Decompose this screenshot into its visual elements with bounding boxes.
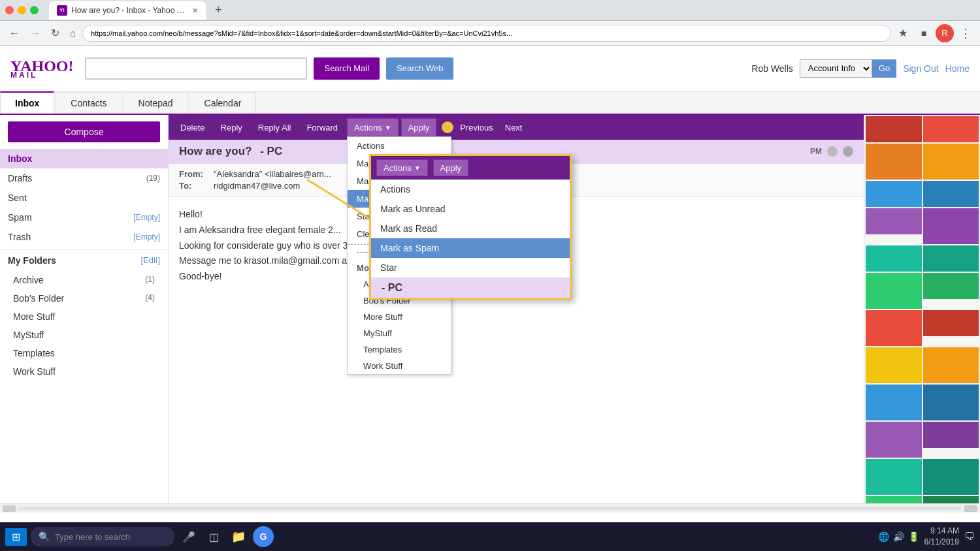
refresh-button[interactable]: ↻ bbox=[47, 24, 63, 42]
task-view-icon[interactable]: ◫ bbox=[203, 526, 224, 547]
edit-folders-link[interactable]: [Edit] bbox=[140, 255, 160, 266]
dropdown-folder-workstuff[interactable]: Work Stuff bbox=[348, 358, 451, 374]
dropdown-folder-mystuff[interactable]: MyStuff bbox=[348, 325, 451, 341]
time-display[interactable]: 9:14 AM 6/11/2019 bbox=[924, 526, 959, 548]
account-info-select[interactable]: Account Info bbox=[800, 59, 872, 78]
tab-inbox[interactable]: Inbox bbox=[0, 91, 54, 114]
callout-toolbar: Actions ▼ Apply bbox=[371, 156, 570, 180]
tab-notepad[interactable]: Notepad bbox=[123, 92, 188, 114]
callout-item-mark-read[interactable]: Mark as Read bbox=[371, 219, 570, 238]
sidebar-item-spam[interactable]: Spam [Empty] bbox=[0, 208, 168, 227]
ad-cell-7[interactable] bbox=[923, 208, 979, 244]
compose-button[interactable]: Compose bbox=[8, 121, 160, 142]
next-button[interactable]: Next bbox=[500, 120, 528, 135]
sidebar-item-trash[interactable]: Trash [Empty] bbox=[0, 227, 168, 247]
dropdown-folder-morestuff[interactable]: More Stuff bbox=[348, 309, 451, 325]
search-mail-button[interactable]: Search Mail bbox=[314, 57, 380, 80]
ad-cell-19[interactable] bbox=[923, 422, 979, 448]
back-button[interactable]: ← bbox=[5, 25, 24, 42]
ad-cell-16[interactable] bbox=[866, 385, 922, 420]
callout-item-mark-unread[interactable]: Mark as Unread bbox=[371, 199, 570, 219]
delete-button[interactable]: Delete bbox=[174, 120, 212, 135]
reply-button[interactable]: Reply bbox=[214, 120, 249, 135]
win-max-btn[interactable] bbox=[30, 6, 39, 14]
ad-cell-1[interactable] bbox=[923, 116, 979, 142]
callout-item-mark-spam[interactable]: Mark as Spam bbox=[371, 238, 570, 258]
ad-cell-23[interactable] bbox=[923, 496, 979, 503]
home-nav-button[interactable]: ⌂ bbox=[66, 25, 80, 41]
ad-cell-15[interactable] bbox=[923, 347, 979, 383]
chrome-icon[interactable]: G bbox=[253, 526, 274, 547]
battery-icon[interactable]: 🔋 bbox=[908, 531, 919, 542]
new-tab-button[interactable]: + bbox=[211, 3, 226, 17]
ad-cell-18[interactable] bbox=[866, 422, 922, 458]
sidebar-item-inbox[interactable]: Inbox bbox=[0, 149, 168, 168]
forward-button[interactable]: Forward bbox=[300, 120, 344, 135]
tab-contacts[interactable]: Contacts bbox=[56, 92, 122, 114]
ad-cell-0[interactable] bbox=[866, 116, 922, 142]
dropdown-folder-templates[interactable]: Templates bbox=[348, 341, 451, 358]
ad-cell-2[interactable] bbox=[866, 144, 922, 180]
ad-cell-21[interactable] bbox=[923, 459, 979, 495]
star-icon[interactable] bbox=[827, 146, 838, 157]
win-min-btn[interactable] bbox=[18, 6, 26, 14]
actions-dropdown-wrap: Actions ▼ Actions Mark as Unread Mark as… bbox=[347, 118, 399, 136]
ad-cell-3[interactable] bbox=[923, 144, 979, 180]
sign-out-button[interactable]: Sign Out bbox=[903, 63, 938, 74]
callout-item-star[interactable]: Star bbox=[371, 258, 570, 277]
sidebar-folder-morestuff[interactable]: More Stuff bbox=[0, 307, 168, 326]
actions-dropdown-button[interactable]: Actions ▼ bbox=[347, 118, 399, 136]
tab-calendar[interactable]: Calendar bbox=[189, 92, 257, 114]
previous-button[interactable]: Previous bbox=[455, 120, 498, 135]
ad-cell-20[interactable] bbox=[866, 459, 922, 495]
tab-close-icon[interactable]: × bbox=[193, 5, 198, 16]
ad-cell-17[interactable] bbox=[923, 385, 979, 420]
network-icon[interactable]: 🌐 bbox=[878, 531, 889, 542]
ad-cell-13[interactable] bbox=[923, 310, 979, 336]
horizontal-scrollbar[interactable] bbox=[0, 503, 980, 512]
sidebar-folder-mystuff[interactable]: MyStuff bbox=[0, 326, 168, 344]
callout-actions-button[interactable]: Actions ▼ bbox=[376, 159, 428, 176]
sidebar-folder-bobs[interactable]: Bob's Folder (4) bbox=[0, 289, 168, 307]
ad-cell-4[interactable] bbox=[866, 181, 922, 207]
ad-cell-10[interactable] bbox=[866, 273, 922, 309]
go-button[interactable]: Go bbox=[872, 59, 896, 78]
ad-cell-11[interactable] bbox=[923, 273, 979, 299]
ad-cell-9[interactable] bbox=[923, 245, 979, 272]
email-subject: How are you? bbox=[179, 145, 252, 157]
forward-button[interactable]: → bbox=[26, 25, 44, 42]
ad-cell-5[interactable] bbox=[923, 181, 979, 207]
file-explorer-icon[interactable]: 📁 bbox=[228, 526, 249, 547]
apply-button[interactable]: Apply bbox=[401, 118, 437, 136]
sidebar-folder-workstuff[interactable]: Work Stuff bbox=[0, 362, 168, 381]
ad-cell-14[interactable] bbox=[866, 347, 922, 383]
start-button[interactable]: ⊞ bbox=[5, 528, 27, 546]
ad-cell-8[interactable] bbox=[866, 245, 922, 272]
mic-icon[interactable]: 🎤 bbox=[178, 526, 199, 547]
task-search-bar[interactable]: 🔍 Type here to search bbox=[31, 527, 174, 546]
browser-tab[interactable]: Y! How are you? - Inbox - Yahoo M... × bbox=[49, 1, 206, 20]
callout-item-actions[interactable]: Actions bbox=[371, 180, 570, 199]
notification-icon[interactable]: 🗨 bbox=[964, 531, 975, 543]
volume-icon[interactable]: 🔊 bbox=[893, 531, 904, 542]
bookmark-icon[interactable]: ★ bbox=[894, 24, 912, 42]
sidebar-item-sent[interactable]: Sent bbox=[0, 188, 168, 208]
callout-apply-button[interactable]: Apply bbox=[433, 159, 469, 176]
sidebar-item-drafts[interactable]: Drafts (19) bbox=[0, 168, 168, 188]
home-button[interactable]: Home bbox=[945, 63, 970, 74]
search-web-button[interactable]: Search Web bbox=[386, 57, 453, 80]
search-input[interactable] bbox=[85, 57, 307, 80]
sidebar-folder-templates[interactable]: Templates bbox=[0, 344, 168, 362]
extensions-icon[interactable]: ■ bbox=[915, 24, 933, 42]
ad-cell-12[interactable] bbox=[866, 310, 922, 346]
sidebar-folder-archive[interactable]: Archive (1) bbox=[0, 271, 168, 289]
menu-icon[interactable]: ⋮ bbox=[956, 24, 975, 42]
printable-view-icon[interactable] bbox=[843, 146, 853, 157]
win-close-btn[interactable] bbox=[5, 6, 14, 14]
dropdown-item-actions-header[interactable]: Actions bbox=[348, 137, 451, 155]
profile-icon[interactable]: R bbox=[936, 24, 954, 42]
address-bar[interactable] bbox=[82, 25, 891, 42]
ad-cell-22[interactable] bbox=[866, 496, 922, 503]
ad-cell-6[interactable] bbox=[866, 208, 922, 234]
reply-all-button[interactable]: Reply All bbox=[252, 120, 298, 135]
